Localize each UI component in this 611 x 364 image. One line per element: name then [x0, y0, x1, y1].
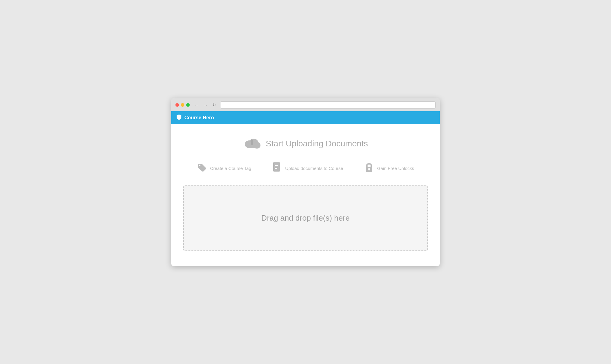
upload-header: Start Uploading Documents [180, 136, 431, 151]
back-button[interactable]: ← [193, 102, 200, 108]
refresh-button[interactable]: ↻ [211, 102, 217, 108]
brand-shield-icon [176, 114, 182, 121]
browser-nav: ← → ↻ [193, 102, 217, 108]
svg-rect-5 [251, 142, 253, 145]
upload-title: Start Uploading Documents [266, 139, 368, 148]
address-bar[interactable] [220, 101, 436, 109]
dropzone[interactable]: Drag and drop file(s) here [183, 185, 428, 251]
document-icon [273, 162, 282, 175]
svg-point-6 [199, 165, 200, 166]
cloud-upload-icon [243, 136, 261, 151]
step-create-tag: Create a Course Tag [197, 162, 251, 174]
page-content: Start Uploading Documents Create a Cours… [171, 124, 440, 266]
browser-window: ← → ↻ Course Hero [171, 98, 440, 266]
forward-button[interactable]: → [202, 102, 209, 108]
site-navbar: Course Hero [171, 111, 440, 124]
close-button[interactable] [175, 103, 179, 107]
traffic-lights [175, 103, 190, 107]
step-upload-docs-label: Upload documents to Course [285, 166, 343, 171]
steps-row: Create a Course Tag Upload documents to … [180, 162, 431, 175]
dropzone-text: Drag and drop file(s) here [261, 213, 350, 223]
step-upload-docs: Upload documents to Course [273, 162, 343, 175]
lock-icon [365, 162, 374, 175]
minimize-button[interactable] [181, 103, 184, 107]
step-gain-unlocks: Gain Free Unlocks [365, 162, 414, 175]
brand-name: Course Hero [184, 115, 214, 120]
tag-icon [197, 162, 206, 174]
maximize-button[interactable] [186, 103, 190, 107]
step-gain-unlocks-label: Gain Free Unlocks [377, 166, 414, 171]
step-create-tag-label: Create a Course Tag [210, 166, 251, 171]
svg-rect-14 [368, 169, 369, 171]
browser-titlebar: ← → ↻ [171, 98, 440, 111]
